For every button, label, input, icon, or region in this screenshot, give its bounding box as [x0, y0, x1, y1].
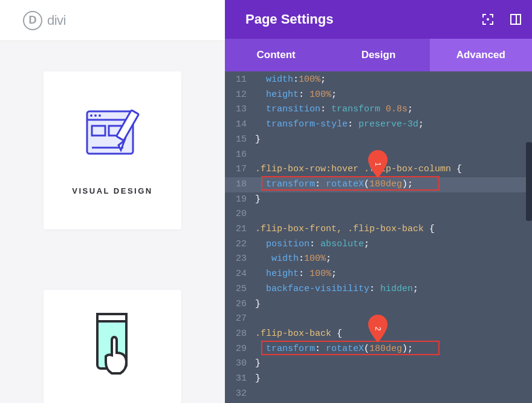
topbar: D divi: [0, 0, 225, 41]
settings-panel: Page Settings Content Design Advanced 11…: [225, 0, 532, 403]
touch-phone-icon: [85, 310, 140, 383]
svg-point-3: [94, 114, 97, 117]
logo-text: divi: [47, 13, 66, 28]
card-visual-design[interactable]: VISUAL DESIGN: [44, 71, 181, 229]
svg-point-2: [90, 114, 92, 117]
fullscreen-icon[interactable]: [482, 14, 493, 25]
code-editor[interactable]: 11 width:100%; 12 height: 100%; 13 trans…: [225, 71, 532, 403]
panel-header: Page Settings: [225, 0, 532, 39]
svg-rect-11: [97, 314, 126, 321]
card-touch[interactable]: [44, 290, 181, 403]
logo: D divi: [23, 11, 66, 30]
scrollbar[interactable]: [526, 142, 532, 221]
panel-tabs: Content Design Advanced: [225, 39, 532, 71]
tab-content[interactable]: Content: [225, 39, 327, 71]
card-title: VISUAL DESIGN: [72, 186, 152, 195]
svg-point-12: [487, 18, 489, 21]
tab-design[interactable]: Design: [327, 39, 429, 71]
tab-advanced[interactable]: Advanced: [430, 39, 532, 71]
pencil-window-icon: [82, 105, 143, 162]
preview-area: VISUAL DESIGN: [0, 41, 225, 403]
layout-icon[interactable]: [510, 14, 521, 25]
panel-title: Page Settings: [245, 11, 333, 27]
logo-mark: D: [23, 11, 42, 30]
svg-point-4: [99, 114, 101, 117]
